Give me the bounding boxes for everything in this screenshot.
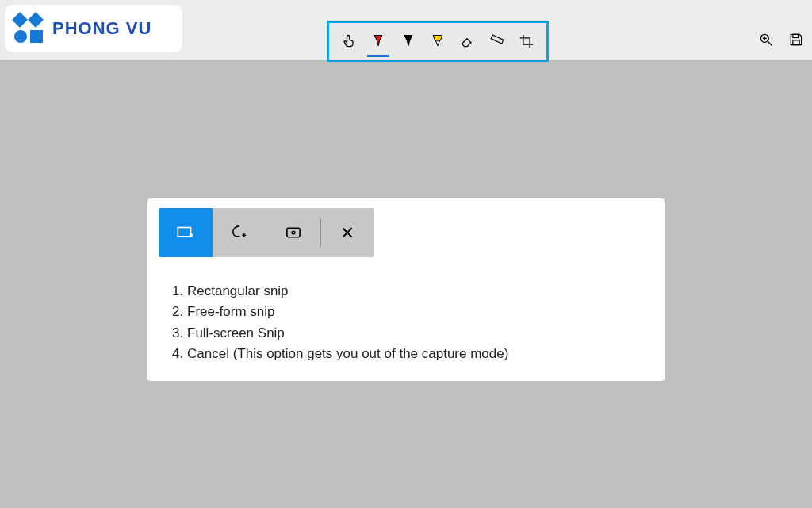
- right-toolbar: [758, 32, 804, 48]
- snip-modes-list: Rectangular snip Free-form snip Full-scr…: [173, 281, 508, 364]
- touch-tool[interactable]: [336, 24, 362, 59]
- rectangular-snip-button[interactable]: [159, 208, 213, 257]
- list-item: Rectangular snip: [187, 281, 508, 302]
- svg-rect-7: [178, 228, 190, 237]
- list-item: Free-form snip: [187, 302, 508, 322]
- zoom-icon[interactable]: [758, 32, 774, 48]
- fullscreen-snip-icon: [283, 222, 304, 243]
- svg-rect-12: [287, 228, 300, 237]
- annotation-toolbar: [327, 21, 549, 62]
- freeform-snip-button[interactable]: [213, 208, 266, 257]
- svg-line-2: [768, 42, 772, 46]
- fullscreen-snip-button[interactable]: [266, 208, 320, 257]
- eraser-icon: [459, 33, 475, 49]
- close-icon: [337, 222, 358, 243]
- svg-rect-0: [491, 35, 504, 44]
- highlighter-tool[interactable]: [425, 24, 450, 59]
- freeform-snip-icon: [229, 222, 250, 243]
- eraser-tool[interactable]: [454, 24, 480, 59]
- snip-modes-card: Rectangular snip Free-form snip Full-scr…: [147, 198, 665, 381]
- svg-rect-6: [793, 40, 799, 45]
- crop-icon: [519, 33, 534, 49]
- ruler-icon: [489, 33, 505, 49]
- pen-red-tool[interactable]: [366, 24, 391, 59]
- snip-mode-toolbar: [159, 208, 374, 257]
- svg-point-13: [292, 231, 295, 234]
- list-item: Full-screen Snip: [187, 323, 508, 344]
- ruler-tool[interactable]: [485, 24, 510, 59]
- brand-mark-icon: [13, 13, 44, 44]
- rectangle-snip-icon: [175, 222, 196, 243]
- topbar: PHONG VU: [0, 0, 812, 60]
- brand-name: PHONG VU: [52, 18, 151, 39]
- hand-touch-icon: [341, 33, 357, 49]
- pen-black-icon: [400, 33, 416, 49]
- brand-logo: PHONG VU: [5, 5, 182, 52]
- pen-black-tool[interactable]: [396, 24, 421, 59]
- list-item: Cancel (This option gets you out of the …: [187, 344, 508, 364]
- crop-tool[interactable]: [514, 24, 539, 59]
- close-snip-button[interactable]: [320, 208, 374, 257]
- save-icon[interactable]: [788, 32, 804, 48]
- highlighter-icon: [430, 33, 446, 49]
- pen-red-icon: [370, 33, 386, 49]
